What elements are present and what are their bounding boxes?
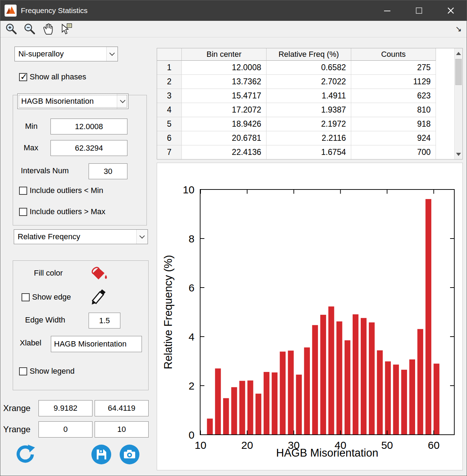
dock-figure-button[interactable]: ↘ (455, 24, 462, 34)
row-number-cell: 6 (157, 131, 182, 145)
table-cell[interactable]: 15.4717 (182, 89, 267, 103)
intervals-num-label: Intervals Num (21, 166, 69, 175)
svg-text:50: 50 (381, 439, 393, 451)
table-cell[interactable]: 2.1972 (267, 117, 351, 131)
table-cell[interactable]: 13.7362 (182, 75, 267, 89)
include-outliers-max-label: Include outliers > Max (30, 207, 106, 216)
show-legend-label: Show legend (30, 367, 74, 376)
property-dropdown[interactable]: HAGB Misorientation (17, 94, 128, 109)
show-edge-checkbox[interactable]: Show edge (22, 293, 71, 302)
table-cell[interactable]: 924 (351, 131, 436, 145)
xlabel-label: Xlabel (20, 338, 41, 348)
pencil-icon (90, 288, 108, 305)
checkbox-box (19, 187, 27, 195)
window-controls (371, 0, 467, 21)
scroll-up-button[interactable] (455, 49, 462, 58)
min-input[interactable] (50, 119, 127, 134)
zoom-out-button[interactable] (22, 22, 37, 36)
include-outliers-min-checkbox[interactable]: Include outliers < Min (19, 186, 103, 195)
bin-table: Bin center Relative Freq (%) Counts 112.… (157, 48, 463, 159)
snapshot-button[interactable] (119, 444, 140, 465)
phase-dropdown-button[interactable] (106, 47, 118, 61)
edge-color-picker[interactable] (90, 288, 108, 307)
property-dropdown-button[interactable] (117, 94, 128, 109)
edge-width-input[interactable] (89, 313, 120, 329)
table-scrollbar[interactable] (454, 48, 462, 159)
table-cell[interactable]: 17.2072 (182, 103, 267, 117)
fill-color-label: Fill color (34, 269, 63, 278)
frequency-type-value: Relative Freqency (14, 232, 136, 241)
matlab-app-icon (5, 5, 17, 17)
table-cell[interactable]: 1129 (351, 75, 436, 89)
figure-toolbar: ↘ (0, 21, 467, 37)
triangle-down-icon (456, 153, 461, 156)
refresh-button[interactable] (15, 444, 36, 465)
table-body: 112.00080.6582275213.73622.70221129315.4… (157, 61, 436, 159)
row-number-cell: 3 (157, 89, 182, 103)
phase-dropdown[interactable]: Ni-superalloy (14, 47, 118, 61)
intervals-num-input[interactable] (89, 163, 127, 179)
table-cell[interactable]: 1.9387 (267, 103, 351, 117)
table-corner-cell (157, 48, 182, 61)
table-cell[interactable]: 2.7022 (267, 75, 351, 89)
table-row: 315.47171.4911623 (157, 89, 436, 103)
data-cursor-button[interactable] (59, 22, 74, 36)
zoom-out-icon (23, 23, 36, 35)
histogram-chart[interactable]: 1020304050600246810HAGB MisorientationRe… (157, 163, 462, 470)
xrange-min-input[interactable] (38, 400, 92, 416)
include-outliers-max-checkbox[interactable]: Include outliers > Max (19, 207, 106, 216)
zoom-in-button[interactable] (4, 22, 19, 36)
row-number-cell: 1 (157, 61, 182, 75)
xlabel-input[interactable] (51, 336, 142, 352)
pan-button[interactable] (41, 22, 55, 36)
table-cell[interactable]: 20.6781 (182, 131, 267, 145)
table-cell[interactable]: 0.6582 (267, 61, 351, 75)
scroll-down-button[interactable] (455, 150, 462, 158)
chevron-down-icon (109, 50, 115, 56)
edge-width-label: Edge Width (25, 315, 65, 325)
max-input[interactable] (50, 140, 127, 156)
frequency-type-dropdown[interactable]: Relative Freqency (14, 229, 148, 244)
svg-text:10: 10 (194, 439, 206, 451)
close-button[interactable] (435, 0, 467, 21)
dock-arrow-icon: ↘ (455, 24, 462, 33)
save-icon (91, 444, 112, 465)
table-cell[interactable]: 918 (351, 117, 436, 131)
table-cell[interactable]: 18.9426 (182, 117, 267, 131)
show-legend-checkbox[interactable]: Show legend (19, 367, 74, 376)
table-cell[interactable]: 2.2116 (267, 131, 351, 145)
table-cell[interactable]: 1.6754 (267, 145, 351, 159)
row-number-cell: 4 (157, 103, 182, 117)
minimize-icon (383, 6, 392, 15)
col-header-counts: Counts (351, 48, 436, 61)
scrollbar-thumb[interactable] (455, 59, 462, 85)
xrange-max-input[interactable] (95, 400, 149, 416)
svg-text:8: 8 (188, 233, 194, 245)
maximize-button[interactable] (403, 0, 435, 21)
paint-bucket-icon (90, 266, 109, 283)
max-label: Max (24, 143, 38, 152)
minimize-button[interactable] (371, 0, 403, 21)
zoom-in-icon (5, 23, 18, 35)
table-cell[interactable]: 810 (351, 103, 436, 117)
camera-icon (119, 444, 140, 465)
fill-color-picker[interactable] (90, 266, 109, 284)
save-button[interactable] (91, 444, 112, 465)
frequency-type-button[interactable] (136, 230, 148, 244)
table-row: 417.20721.9387810 (157, 103, 436, 117)
table-header-row: Bin center Relative Freq (%) Counts (157, 48, 436, 61)
row-number-cell: 2 (157, 75, 182, 89)
chart-panel: 1020304050600246810HAGB MisorientationRe… (157, 163, 463, 470)
table-cell[interactable]: 700 (351, 145, 436, 159)
table-cell[interactable]: 1.4911 (267, 89, 351, 103)
checkbox-box (19, 367, 27, 375)
table-cell[interactable]: 623 (351, 89, 436, 103)
yrange-min-input[interactable] (38, 421, 92, 438)
show-all-phases-checkbox[interactable]: Show all phases (19, 72, 86, 82)
svg-text:6: 6 (188, 282, 194, 294)
table-cell[interactable]: 12.0008 (182, 61, 267, 75)
table-cell[interactable]: 22.4136 (182, 145, 267, 159)
table-cell[interactable]: 275 (351, 61, 436, 75)
data-cursor-icon (60, 23, 73, 35)
yrange-max-input[interactable] (95, 421, 149, 438)
